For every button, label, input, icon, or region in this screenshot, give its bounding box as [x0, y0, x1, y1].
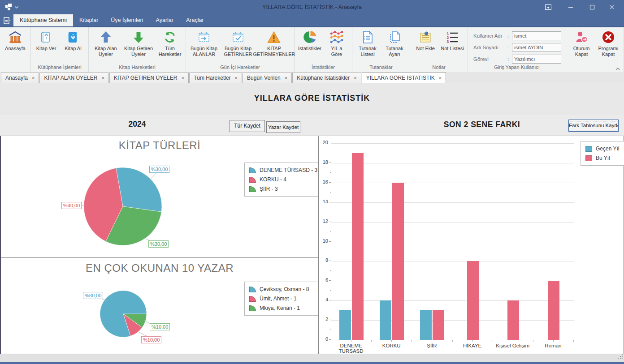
ribbon-button-kitap-alan-yeler[interactable]: Kitap Alan Üyeler	[91, 30, 121, 57]
tab-close-icon[interactable]: ×	[439, 76, 442, 80]
doc-tab-k-t-phane-i-statistikler[interactable]: Kütüphane İstatistikler×	[292, 73, 361, 83]
pie-percent-label: %80,00	[83, 292, 103, 299]
doc-tab-bug-n-verilen[interactable]: Bugün Verilen×	[243, 73, 292, 83]
tab-close-icon[interactable]: ×	[181, 76, 184, 80]
pie-panel-en-cok-okunan: EN ÇOK OKUNAN 10 YAZAR %80,00 %10,00 %10…	[1, 258, 318, 354]
gridline	[331, 261, 574, 261]
y-axis-minor-tick	[330, 330, 331, 330]
tab-close-icon[interactable]: ×	[235, 76, 238, 80]
ribbon-button-tutanak-ayar[interactable]: Tutanak Ayarı	[381, 30, 408, 57]
fark-tablosunu-kaydet-button[interactable]: Fark Tablosunu Kaydet	[568, 120, 619, 132]
yazar-kaydet-button[interactable]: Yazar Kaydet	[266, 121, 300, 133]
gridline	[331, 300, 574, 301]
ribbon-group-caption	[0, 64, 30, 72]
doc-tab-ki-tap-alan-yeler[interactable]: KİTAP ALAN ÜYELER×	[39, 73, 108, 83]
y-axis-tick	[329, 182, 331, 183]
menu-tab-ara-lar[interactable]: Araçlar	[180, 14, 210, 26]
y-axis-tick-label: 10	[319, 238, 328, 244]
menu-tab-kitaplar[interactable]: Kitaplar	[73, 14, 104, 26]
ribbon-button-kitap-al[interactable]: Kitap Al	[60, 30, 87, 51]
ribbon-button-i-statistikler[interactable]: İstatistikler	[296, 30, 323, 51]
ribbon-group-k-t-phane-i-lemleri: Kitap VerKitap AlKütüphane İşlemleri	[31, 27, 89, 72]
app-menu-button[interactable]	[0, 14, 13, 26]
y-axis-tick-label: 18	[319, 159, 328, 165]
y-axis-minor-tick	[330, 310, 331, 310]
bar-bu-y-l-i-i-r	[433, 310, 444, 340]
legend-item: DENEME TÜRSASD - 3	[249, 167, 317, 173]
window-title: YILLARA GÖRE İSTATİSTİK - Anasayfa	[0, 0, 624, 14]
tab-close-icon[interactable]: ×	[354, 76, 356, 80]
legend-swatch	[585, 146, 592, 152]
doc-tab-ki-tap-geti-ren-yeler[interactable]: KİTAP GETİREN ÜYELER×	[109, 73, 189, 83]
maximize-icon[interactable]	[585, 0, 600, 14]
tab-close-icon[interactable]: ×	[285, 76, 287, 80]
x-axis-category-label: DENEME TÜRSASD	[331, 343, 371, 354]
menu-tab-ye-i-lemleri[interactable]: Üye İşlemleri	[104, 14, 149, 26]
ad-soyad-field[interactable]	[512, 43, 561, 52]
ribbon-group-caption: Giriş Yapan Kullanıcı	[468, 64, 566, 72]
ribbon-collapse-chevron-icon[interactable]	[615, 64, 620, 73]
ribbon-button-not-listesi[interactable]: 123Not Listesi	[439, 30, 466, 51]
menu-tab-ayarlar[interactable]: Ayarlar	[150, 14, 180, 26]
legend: Geçen YılBu Yıl	[581, 141, 624, 166]
ribbon-group-anasayfa: Anasayfa	[0, 27, 31, 72]
title-bar: YILLARA GÖRE İSTATİSTİK - Anasayfa	[0, 0, 624, 14]
menu-tabs: Kütüphane SistemiKitaplarÜye İşlemleriAy…	[13, 14, 210, 26]
x-axis-category-label: HİKAYE	[452, 343, 493, 348]
svg-text:3: 3	[447, 39, 449, 44]
tur-kaydet-button[interactable]: Tür Kaydet	[230, 120, 265, 132]
book-arrow-up-icon	[39, 30, 53, 44]
ribbon-button-oturum-kapat[interactable]: Oturum Kapat	[568, 30, 595, 57]
y-axis-tick-label: 12	[319, 218, 328, 224]
y-axis-minor-tick	[330, 270, 331, 271]
ribbon-button-bug-n-kitap-alanlar[interactable]: Bugün Kitap ALANLAR	[188, 30, 220, 57]
ribbon-button-t-m-hareketler[interactable]: Tüm Hareketler	[156, 30, 184, 57]
resize-grip[interactable]	[618, 353, 623, 361]
pie-chart-icon	[303, 30, 316, 44]
menu-tab-k-t-phane-sistemi[interactable]: Kütüphane Sistemi	[13, 14, 73, 26]
ribbon-group-caption: Notlar	[410, 64, 468, 72]
y-axis-tick-label: 20	[319, 140, 328, 145]
minimize-icon[interactable]	[563, 0, 578, 14]
tab-close-icon[interactable]: ×	[101, 76, 104, 80]
ribbon-display-options-icon[interactable]	[541, 0, 556, 14]
doc-tab-t-m-hareketler[interactable]: Tüm Hareketler×	[189, 73, 242, 83]
ribbon-group-caption: Kitap Hareketleri	[89, 64, 186, 72]
legend-label: Geçen Yıl	[596, 146, 619, 152]
ribbon-group-kitap-hareketleri: Kitap Alan ÜyelerKitap Getiren ÜyelerTüm…	[89, 27, 186, 72]
g-revi-field[interactable]	[512, 55, 561, 64]
logout-user-icon	[575, 30, 588, 44]
tab-close-icon[interactable]: ×	[32, 76, 35, 80]
legend-item: ŞİİR - 3	[249, 186, 317, 192]
x-axis-tick	[351, 340, 351, 342]
x-axis-tick	[331, 340, 331, 342]
close-icon[interactable]	[604, 0, 620, 14]
y-axis-tick	[329, 320, 331, 320]
legend-swatch	[249, 177, 256, 183]
controls-band: 2024 Tür Kaydet Yazar Kaydet SON 2 SENE …	[0, 115, 624, 136]
ribbon-button-not-ekle[interactable]: Not Ekle	[412, 30, 439, 51]
ribbon-button-kitap-ver[interactable]: Kitap Ver	[33, 30, 60, 51]
ribbon-button-program-kapat[interactable]: Programı Kapat	[595, 30, 622, 57]
ribbon-button-yil-a-g-re[interactable]: YIL a Göre	[323, 30, 350, 57]
ribbon-button-tutanak-listesi[interactable]: Tutanak Listesi	[354, 30, 381, 57]
legend-swatch	[249, 167, 256, 173]
kullan-c-ad-field[interactable]	[512, 31, 561, 40]
ribbon-button-bug-n-kitap-geti-rnler[interactable]: Bugün Kitap GETİRNLER	[220, 30, 256, 57]
page-header: YILLARA GÖRE İSTATİSTİK	[0, 83, 624, 115]
calendar-check-icon	[231, 30, 245, 44]
arrow-up-icon	[99, 30, 113, 44]
ribbon-button-anasayfa[interactable]: Anasayfa	[2, 30, 29, 51]
ribbon-button-kitap-getiren-yeler[interactable]: Kitap Getiren Üyeler	[121, 30, 156, 57]
ribbon-group-notlar: Not Ekle123Not ListesiNotlar	[410, 27, 468, 72]
x-axis-tick	[432, 340, 432, 342]
legend-item: Mkiya, Kenan - 1	[249, 305, 318, 311]
svg-text:1: 1	[447, 31, 449, 35]
doc-tab-yillara-g-re-i-stati-sti-k[interactable]: YILLARA GÖRE İSTATİSTİK×	[362, 72, 446, 83]
legend-swatch	[249, 296, 256, 302]
y-axis-minor-tick	[330, 192, 331, 193]
ribbon-group-giri-yapan-kullan-c: Kullanıcı Adı:Adı Soyadı:Görevi:Giriş Ya…	[468, 27, 566, 72]
ribbon-button-ki-tap-geti-rmeyenler[interactable]: KİTAP GETİRMEYENLER	[256, 30, 292, 57]
refresh-icon	[163, 30, 177, 44]
doc-tab-anasayfa[interactable]: Anasayfa×	[1, 73, 39, 83]
